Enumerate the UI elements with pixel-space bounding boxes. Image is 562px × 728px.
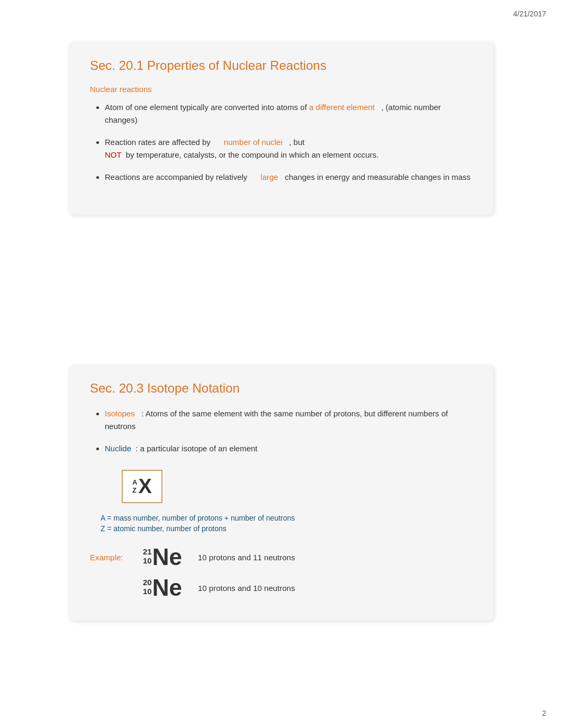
slide2-bullet-list: Isotopes : Atoms of the same element wit…	[90, 407, 472, 455]
bullet-2: Reaction rates are affected by number of…	[105, 136, 472, 161]
slide1-title: Sec. 20.1 Properties of Nuclear Reaction…	[90, 58, 472, 73]
example-block: Example: 21 10 Ne 10 protons and 11 neut…	[90, 545, 472, 599]
page-date: 4/21/2017	[513, 10, 546, 18]
nuclide-z: Z	[132, 487, 137, 494]
page-number: 2	[542, 709, 546, 717]
bullet2-after: by temperature, catalysts, or the compou…	[124, 150, 379, 159]
ne21-symbol: 21 10 Ne	[143, 545, 182, 569]
nuclide-text: : a particular isotope of an element	[133, 444, 257, 453]
slide1-section-heading: Nuclear reactions	[90, 85, 472, 94]
nuclide-box: A Z X	[122, 470, 162, 503]
ne20-mass: 20	[143, 578, 152, 587]
bullet2-not: NOT	[105, 150, 121, 159]
bullet3-large: large	[260, 172, 278, 181]
slide-1: Sec. 20.1 Properties of Nuclear Reaction…	[69, 42, 493, 214]
slide-2: Sec. 20.3 Isotope Notation Isotopes : At…	[69, 365, 493, 621]
isotopes-label: Isotopes	[105, 409, 135, 418]
example-label: Example:	[90, 553, 132, 562]
example-row-2: 20 10 Ne 10 protons and 10 neutrons	[90, 576, 472, 599]
ne21-ne: Ne	[152, 545, 182, 569]
nuclide-label: Nuclide	[105, 444, 131, 453]
nuclide-symbol-display: A Z X	[122, 470, 162, 503]
ne21-mass: 21	[143, 548, 152, 557]
bullet1-before: Atom of one element typically are conver…	[105, 103, 309, 112]
bullet3-before: Reactions are accompanied by relatively	[105, 172, 258, 181]
ne20-atomic: 10	[143, 587, 152, 596]
bullet-nuclide: Nuclide : a particular isotope of an ele…	[105, 442, 472, 455]
bullet1-highlight: a different element	[309, 103, 375, 112]
nuclide-x-symbol: X	[138, 475, 151, 498]
bullet2-before: Reaction rates are affected by	[105, 138, 224, 147]
ne20-numbers: 20 10	[143, 576, 152, 596]
ne21-numbers: 21 10	[143, 545, 152, 565]
equations-block: A = mass number, number of protons + num…	[101, 514, 472, 533]
equation-a: A = mass number, number of protons + num…	[101, 514, 472, 522]
ne20-ne: Ne	[152, 576, 182, 599]
nuclide-a: A	[132, 479, 137, 486]
ne21-atomic: 10	[143, 557, 152, 566]
bullet-1: Atom of one element typically are conver…	[105, 101, 472, 126]
slide2-title: Sec. 20.3 Isotope Notation	[90, 381, 472, 396]
bullet2-middle: , but	[285, 138, 305, 147]
bullet2-highlight1: number of nuclei	[224, 138, 283, 147]
slide1-bullet-list: Atom of one element typically are conver…	[90, 101, 472, 184]
example-row-1: Example: 21 10 Ne 10 protons and 11 neut…	[90, 545, 472, 569]
isotopes-text: : Atoms of the same element with the sam…	[105, 409, 448, 431]
bullet3-after: changes in energy and measurable changes…	[280, 172, 470, 181]
ne21-description: 10 protons and 11 neutrons	[198, 553, 295, 562]
bullet-3: Reactions are accompanied by relatively …	[105, 171, 472, 184]
equation-z: Z = atomic number, number of protons	[101, 524, 472, 533]
bullet-isotopes: Isotopes : Atoms of the same element wit…	[105, 407, 472, 433]
nuclide-az: A Z	[132, 479, 137, 494]
ne20-description: 10 protons and 10 neutrons	[198, 584, 295, 593]
ne20-symbol: 20 10 Ne	[143, 576, 182, 599]
